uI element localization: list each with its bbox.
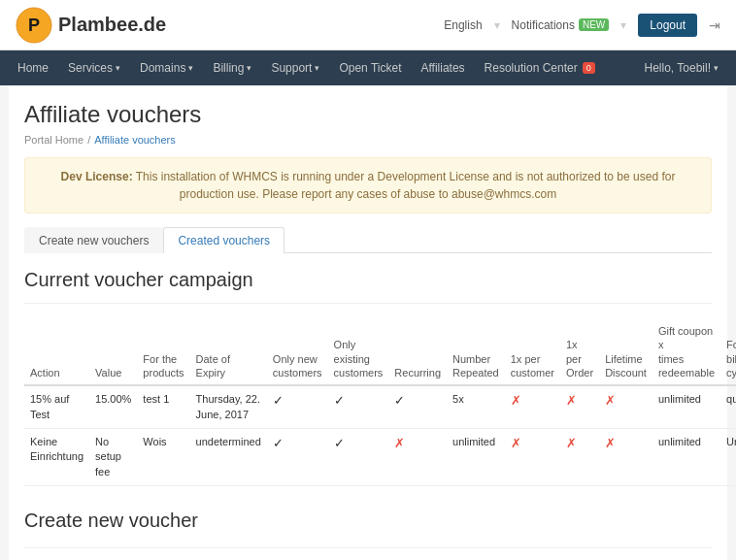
breadcrumb-current: Affiliate vouchers bbox=[94, 134, 176, 146]
x-icon: ✗ bbox=[394, 436, 405, 450]
row1-billing: quarterly bbox=[720, 385, 736, 428]
row2-per-order: ✗ bbox=[560, 428, 599, 485]
row2-gift: unlimited bbox=[652, 428, 720, 485]
row1-per-order: ✗ bbox=[560, 385, 599, 428]
nav-home[interactable]: Home bbox=[8, 50, 58, 85]
row1-expiry: Thursday, 22.June, 2017 bbox=[190, 385, 267, 428]
row2-action: Keine Einrichtung bbox=[24, 428, 89, 485]
check-icon: ✓ bbox=[394, 393, 405, 408]
row2-expiry: undetermined bbox=[190, 428, 267, 485]
row2-number-repeated: unlimited bbox=[447, 428, 505, 485]
dev-notice-message: This installation of WHMCS is running un… bbox=[136, 170, 676, 201]
tab-create-new-vouchers[interactable]: Create new vouchers bbox=[24, 227, 163, 253]
row2-billing: Unlimited bbox=[720, 428, 736, 485]
col-per-order: 1x perOrder bbox=[560, 319, 599, 385]
row2-new-customers: ✓ bbox=[267, 428, 328, 485]
col-billing-cycles: For billingcycles bbox=[720, 319, 736, 385]
logo-icon: P bbox=[16, 7, 52, 44]
x-icon: ✗ bbox=[511, 436, 521, 450]
row1-gift: unlimited bbox=[652, 385, 720, 428]
row1-number-repeated: 5x bbox=[447, 385, 505, 428]
col-recurring: Recurring bbox=[388, 319, 447, 385]
billing-dropdown-arrow: ▾ bbox=[247, 63, 251, 73]
col-products: For theproducts bbox=[137, 319, 189, 385]
table-row: Keine Einrichtung No setup fee Wois unde… bbox=[24, 428, 736, 485]
dev-notice-prefix: Dev License: bbox=[61, 170, 133, 183]
table-row: 15% auf Test 15.00% test 1 Thursday, 22.… bbox=[24, 385, 736, 428]
support-dropdown-arrow: ▾ bbox=[315, 63, 319, 73]
x-icon: ✗ bbox=[511, 393, 521, 408]
row1-lifetime: ✗ bbox=[599, 385, 652, 428]
nav-open-ticket[interactable]: Open Ticket bbox=[329, 50, 411, 85]
hello-dropdown-arrow: ▾ bbox=[714, 63, 719, 73]
services-dropdown-arrow: ▾ bbox=[116, 63, 120, 73]
col-expiry: Date of Expiry bbox=[190, 319, 267, 385]
create-voucher-section: Create new voucher Coupon Code: i Vouche… bbox=[24, 510, 712, 560]
nav-bar: Home Services ▾ Domains ▾ Billing ▾ Supp… bbox=[0, 50, 736, 85]
nav-affiliates[interactable]: Affiliates bbox=[411, 50, 474, 85]
nav-hello[interactable]: Hello, Toebil! ▾ bbox=[635, 61, 728, 75]
breadcrumb-home[interactable]: Portal Home bbox=[24, 134, 84, 146]
top-right-actions: English ▾ Notifications NEW ▾ Logout ⇥ bbox=[444, 14, 720, 37]
tab-created-vouchers[interactable]: Created vouchers bbox=[163, 227, 284, 253]
row2-lifetime: ✗ bbox=[599, 428, 652, 485]
logout-button[interactable]: Logout bbox=[638, 14, 697, 37]
notifications-badge: NEW bbox=[579, 18, 609, 31]
svg-text:P: P bbox=[28, 16, 40, 35]
col-existing-customers: Onlyexistingcustomers bbox=[328, 319, 389, 385]
main-content: Affiliate vouchers Portal Home / Affilia… bbox=[9, 85, 727, 560]
x-icon: ✗ bbox=[605, 436, 616, 450]
resolution-center-badge: 0 bbox=[583, 62, 595, 74]
check-icon: ✓ bbox=[273, 436, 284, 450]
redirect-icon[interactable]: ⇥ bbox=[709, 17, 720, 33]
row1-value: 15.00% bbox=[89, 385, 137, 428]
col-value: Value bbox=[89, 319, 137, 385]
x-icon: ✗ bbox=[566, 393, 577, 408]
col-lifetime-discount: LifetimeDiscount bbox=[599, 319, 652, 385]
notifications-button[interactable]: Notifications NEW bbox=[512, 18, 610, 32]
x-icon: ✗ bbox=[566, 436, 577, 450]
page-title: Affiliate vouchers bbox=[24, 101, 712, 128]
table-header-row: Action Value For theproducts Date of Exp… bbox=[24, 319, 736, 385]
row1-new-customers: ✓ bbox=[267, 385, 328, 428]
row2-existing-customers: ✓ bbox=[328, 428, 389, 485]
nav-billing[interactable]: Billing ▾ bbox=[203, 50, 261, 85]
row2-per-customer: ✗ bbox=[505, 428, 560, 485]
col-action: Action bbox=[24, 319, 89, 385]
nav-domains[interactable]: Domains ▾ bbox=[130, 50, 203, 85]
campaign-divider bbox=[24, 303, 712, 304]
logo: P Plambee.de bbox=[16, 7, 166, 44]
row1-products: test 1 bbox=[137, 385, 189, 428]
domains-dropdown-arrow: ▾ bbox=[188, 63, 193, 73]
check-icon: ✓ bbox=[273, 393, 284, 408]
col-number-repeated: NumberRepeated bbox=[447, 319, 505, 385]
check-icon: ✓ bbox=[334, 393, 345, 408]
language-selector[interactable]: English bbox=[444, 18, 482, 32]
create-voucher-title: Create new voucher bbox=[24, 510, 712, 532]
logo-text: Plambee.de bbox=[58, 14, 166, 36]
nav-resolution-center[interactable]: Resolution Center 0 bbox=[475, 50, 605, 85]
breadcrumb: Portal Home / Affiliate vouchers bbox=[24, 134, 712, 146]
nav-support[interactable]: Support ▾ bbox=[261, 50, 329, 85]
row1-action: 15% auf Test bbox=[24, 385, 89, 428]
row1-recurring: ✓ bbox=[388, 385, 447, 428]
row2-products: Wois bbox=[137, 428, 189, 485]
row2-recurring: ✗ bbox=[388, 428, 447, 485]
create-divider bbox=[24, 547, 712, 548]
row1-existing-customers: ✓ bbox=[328, 385, 389, 428]
x-icon: ✗ bbox=[605, 393, 616, 408]
row1-per-customer: ✗ bbox=[505, 385, 560, 428]
top-bar: P Plambee.de English ▾ Notifications NEW… bbox=[0, 0, 736, 50]
current-campaign-title: Current voucher campaign bbox=[24, 269, 712, 291]
row2-value: No setup fee bbox=[89, 428, 137, 485]
tabs-container: Create new vouchers Created vouchers bbox=[24, 227, 712, 253]
dev-license-notice: Dev License: This installation of WHMCS … bbox=[24, 157, 712, 214]
col-gift-redeemable: Gift coupon xtimesredeemable bbox=[652, 319, 720, 385]
nav-services[interactable]: Services ▾ bbox=[58, 50, 130, 85]
check-icon: ✓ bbox=[334, 436, 345, 450]
col-per-customer: 1x percustomer bbox=[505, 319, 560, 385]
voucher-table: Action Value For theproducts Date of Exp… bbox=[24, 319, 736, 486]
col-new-customers: Only newcustomers bbox=[267, 319, 328, 385]
